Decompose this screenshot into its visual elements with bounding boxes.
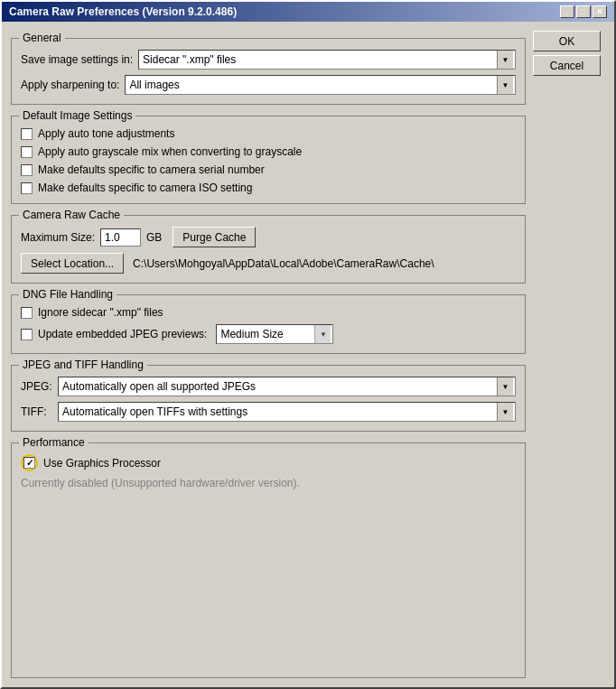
camera-serial-checkbox[interactable]	[21, 164, 33, 176]
ignore-sidecar-checkbox[interactable]	[21, 307, 33, 319]
use-gpu-row: Use Graphics Processor	[21, 454, 516, 471]
select-location-row: Select Location... C:\Users\Mohgoyal\App…	[21, 253, 516, 274]
maximize-button[interactable]: □	[576, 5, 591, 18]
tiff-dropdown[interactable]: Automatically open TIFFs with settings ▼	[58, 402, 516, 422]
dng-label: DNG File Handling	[19, 288, 117, 301]
performance-label: Performance	[19, 436, 89, 449]
minimize-button[interactable]: _	[560, 5, 574, 18]
update-jpeg-checkbox[interactable]	[21, 329, 33, 340]
jpeg-dropdown-arrow: ▼	[497, 377, 513, 396]
max-size-input[interactable]	[100, 228, 141, 247]
tiff-dropdown-arrow: ▼	[497, 403, 513, 421]
cancel-button[interactable]: Cancel	[533, 55, 601, 76]
camera-serial-label: Make defaults specific to camera serial …	[38, 163, 265, 176]
jpeg-label: JPEG:	[21, 380, 52, 393]
camera-iso-row: Make defaults specific to camera ISO set…	[21, 182, 516, 194]
tiff-value: Automatically open TIFFs with settings	[62, 405, 497, 418]
jpeg-preview-value: Medium Size	[220, 328, 314, 340]
yellow-circle-highlight	[21, 454, 38, 471]
dng-file-handling-group: DNG File Handling Ignore sidecar ".xmp" …	[11, 294, 526, 354]
auto-tone-checkbox[interactable]	[21, 128, 33, 140]
update-jpeg-row: Update embedded JPEG previews: Medium Si…	[21, 324, 516, 344]
apply-sharpening-arrow: ▼	[497, 76, 513, 94]
gb-unit: GB	[146, 231, 162, 244]
jpeg-value: Automatically open all supported JPEGs	[62, 380, 497, 393]
tiff-row: TIFF: Automatically open TIFFs with sett…	[21, 402, 516, 422]
title-bar-buttons: _ □ ✕	[560, 5, 607, 18]
use-gpu-checkbox[interactable]	[23, 457, 35, 469]
auto-tone-label: Apply auto tone adjustments	[38, 127, 174, 140]
ignore-sidecar-row: Ignore sidecar ".xmp" files	[21, 306, 516, 319]
general-group: General Save image settings in: Sidecar …	[11, 38, 526, 105]
auto-grayscale-row: Apply auto grayscale mix when converting…	[21, 145, 516, 158]
default-settings-label: Default Image Settings	[19, 109, 135, 122]
apply-sharpening-row: Apply sharpening to: All images ▼	[21, 75, 516, 95]
max-size-row: Maximum Size: GB Purge Cache	[21, 227, 516, 247]
apply-sharpening-dropdown[interactable]: All images ▼	[125, 75, 516, 95]
camera-raw-cache-group: Camera Raw Cache Maximum Size: GB Purge …	[11, 215, 526, 284]
jpeg-dropdown[interactable]: Automatically open all supported JPEGs ▼	[58, 377, 516, 396]
ignore-sidecar-label: Ignore sidecar ".xmp" files	[38, 306, 163, 319]
max-size-label: Maximum Size:	[21, 231, 95, 244]
right-panel: OK Cancel	[533, 31, 605, 678]
apply-sharpening-label: Apply sharpening to:	[21, 79, 119, 91]
purge-cache-button[interactable]: Purge Cache	[173, 227, 256, 247]
title-bar: Camera Raw Preferences (Version 9.2.0.48…	[2, 2, 614, 22]
general-group-label: General	[19, 32, 65, 44]
tiff-label: TIFF:	[21, 405, 52, 418]
jpeg-preview-arrow: ▼	[314, 325, 331, 343]
dialog-content: General Save image settings in: Sidecar …	[2, 22, 614, 687]
apply-sharpening-value: All images	[129, 79, 497, 91]
left-panel: General Save image settings in: Sidecar …	[11, 31, 526, 678]
jpeg-tiff-label: JPEG and TIFF Handling	[19, 358, 147, 371]
save-image-value: Sidecar ".xmp" files	[143, 53, 497, 66]
use-gpu-label: Use Graphics Processor	[43, 457, 161, 470]
auto-grayscale-checkbox[interactable]	[21, 146, 33, 158]
dialog-window: Camera Raw Preferences (Version 9.2.0.48…	[0, 0, 616, 689]
auto-grayscale-label: Apply auto grayscale mix when converting…	[38, 145, 302, 158]
default-image-settings-group: Default Image Settings Apply auto tone a…	[11, 116, 526, 204]
auto-tone-row: Apply auto tone adjustments	[21, 127, 516, 140]
close-button[interactable]: ✕	[593, 5, 607, 18]
select-location-button[interactable]: Select Location...	[21, 253, 124, 274]
camera-iso-label: Make defaults specific to camera ISO set…	[38, 182, 252, 194]
jpeg-preview-dropdown[interactable]: Medium Size ▼	[216, 324, 333, 344]
jpeg-row: JPEG: Automatically open all supported J…	[21, 377, 516, 396]
save-image-label: Save image settings in:	[21, 53, 133, 66]
camera-iso-checkbox[interactable]	[21, 182, 33, 194]
ok-button[interactable]: OK	[533, 31, 601, 51]
disabled-text: Currently disabled (Unsupported hardware…	[21, 477, 516, 489]
save-image-arrow: ▼	[497, 51, 513, 69]
save-image-row: Save image settings in: Sidecar ".xmp" f…	[21, 50, 516, 70]
cache-label: Camera Raw Cache	[19, 209, 124, 221]
camera-serial-row: Make defaults specific to camera serial …	[21, 163, 516, 176]
cache-path-display: C:\Users\Mohgoyal\AppData\Local\Adobe\Ca…	[129, 254, 516, 274]
title-bar-text: Camera Raw Preferences (Version 9.2.0.48…	[9, 5, 237, 18]
performance-group: Performance Use Graphics Processor Curre…	[11, 442, 526, 678]
update-jpeg-label: Update embedded JPEG previews:	[38, 328, 207, 340]
save-image-dropdown[interactable]: Sidecar ".xmp" files ▼	[138, 50, 516, 70]
jpeg-tiff-group: JPEG and TIFF Handling JPEG: Automatical…	[11, 365, 526, 432]
